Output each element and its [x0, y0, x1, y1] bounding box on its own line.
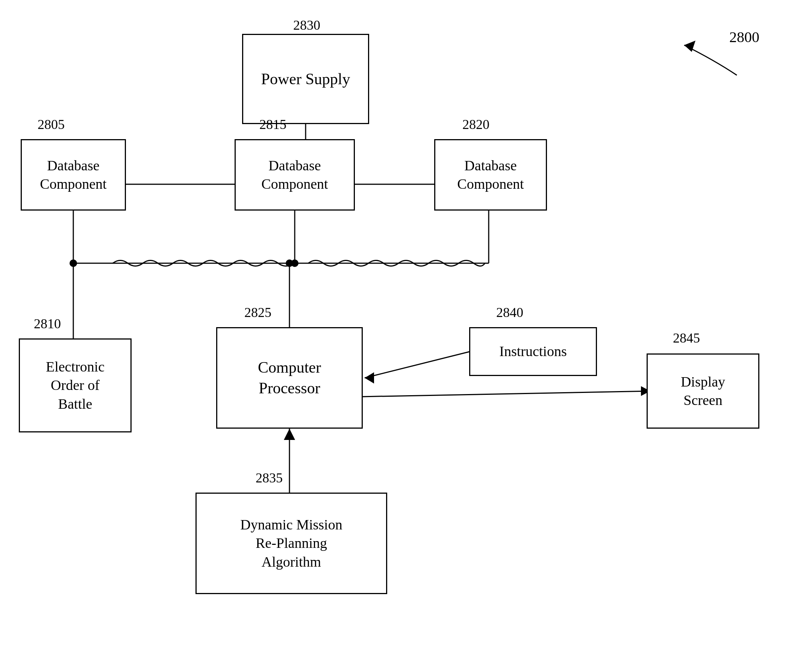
label-2805: 2805 — [38, 116, 65, 132]
label-2840: 2840 — [496, 305, 523, 321]
power-supply-box: Power Supply — [242, 34, 369, 124]
label-2835: 2835 — [256, 470, 283, 486]
connections-svg — [0, 0, 812, 646]
db1-box: DatabaseComponent — [21, 139, 126, 211]
svg-point-12 — [70, 260, 77, 267]
svg-point-13 — [291, 260, 299, 267]
db2-box: DatabaseComponent — [235, 139, 355, 211]
label-2845: 2845 — [673, 330, 700, 346]
label-2815: 2815 — [259, 116, 287, 132]
label-2825: 2825 — [244, 305, 272, 321]
svg-line-17 — [365, 351, 470, 378]
label-2800: 2800 — [729, 28, 759, 46]
label-2820: 2820 — [462, 116, 490, 132]
display-screen-box: DisplayScreen — [647, 353, 759, 429]
eob-box: ElectronicOrder ofBattle — [19, 338, 131, 432]
svg-marker-18 — [365, 372, 374, 383]
svg-line-19 — [361, 391, 650, 397]
diagram: Power Supply 2830 DatabaseComponent 2805… — [0, 0, 812, 646]
db3-box: DatabaseComponent — [434, 139, 547, 211]
instructions-box: Instructions — [469, 327, 597, 376]
label-2830: 2830 — [293, 17, 320, 33]
computer-processor-box: ComputerProcessor — [216, 327, 363, 429]
dynamic-mission-box: Dynamic MissionRe-PlanningAlgorithm — [195, 493, 387, 594]
svg-point-16 — [286, 260, 293, 267]
svg-marker-23 — [684, 41, 696, 52]
svg-marker-22 — [284, 429, 295, 440]
label-2810: 2810 — [34, 316, 61, 331]
